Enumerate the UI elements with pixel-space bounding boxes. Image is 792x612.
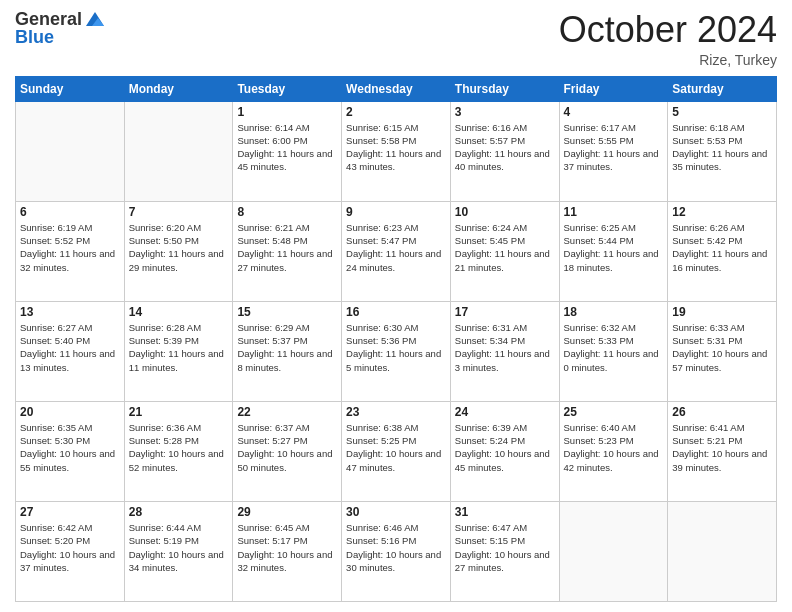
week-row-4: 20Sunrise: 6:35 AMSunset: 5:30 PMDayligh… xyxy=(16,401,777,501)
calendar-cell: 28Sunrise: 6:44 AMSunset: 5:19 PMDayligh… xyxy=(124,501,233,601)
calendar-cell: 18Sunrise: 6:32 AMSunset: 5:33 PMDayligh… xyxy=(559,301,668,401)
cell-info: Sunrise: 6:47 AMSunset: 5:15 PMDaylight:… xyxy=(455,521,555,574)
cell-info: Sunrise: 6:44 AMSunset: 5:19 PMDaylight:… xyxy=(129,521,229,574)
day-number: 11 xyxy=(564,205,664,219)
calendar-cell: 22Sunrise: 6:37 AMSunset: 5:27 PMDayligh… xyxy=(233,401,342,501)
cell-info: Sunrise: 6:15 AMSunset: 5:58 PMDaylight:… xyxy=(346,121,446,174)
day-number: 10 xyxy=(455,205,555,219)
day-number: 15 xyxy=(237,305,337,319)
logo-blue: Blue xyxy=(15,28,54,48)
cell-info: Sunrise: 6:26 AMSunset: 5:42 PMDaylight:… xyxy=(672,221,772,274)
day-number: 3 xyxy=(455,105,555,119)
cell-info: Sunrise: 6:36 AMSunset: 5:28 PMDaylight:… xyxy=(129,421,229,474)
day-number: 2 xyxy=(346,105,446,119)
cell-info: Sunrise: 6:29 AMSunset: 5:37 PMDaylight:… xyxy=(237,321,337,374)
logo: General Blue xyxy=(15,10,106,48)
cell-info: Sunrise: 6:42 AMSunset: 5:20 PMDaylight:… xyxy=(20,521,120,574)
cell-info: Sunrise: 6:18 AMSunset: 5:53 PMDaylight:… xyxy=(672,121,772,174)
logo-icon xyxy=(84,8,106,30)
header-row: SundayMondayTuesdayWednesdayThursdayFrid… xyxy=(16,76,777,101)
day-number: 1 xyxy=(237,105,337,119)
calendar-cell: 30Sunrise: 6:46 AMSunset: 5:16 PMDayligh… xyxy=(342,501,451,601)
day-header-friday: Friday xyxy=(559,76,668,101)
day-number: 23 xyxy=(346,405,446,419)
page: General Blue October 2024 Rize, Turkey S… xyxy=(0,0,792,612)
day-header-sunday: Sunday xyxy=(16,76,125,101)
cell-info: Sunrise: 6:25 AMSunset: 5:44 PMDaylight:… xyxy=(564,221,664,274)
calendar-cell: 17Sunrise: 6:31 AMSunset: 5:34 PMDayligh… xyxy=(450,301,559,401)
calendar-cell: 6Sunrise: 6:19 AMSunset: 5:52 PMDaylight… xyxy=(16,201,125,301)
day-number: 8 xyxy=(237,205,337,219)
cell-info: Sunrise: 6:19 AMSunset: 5:52 PMDaylight:… xyxy=(20,221,120,274)
calendar-cell: 1Sunrise: 6:14 AMSunset: 6:00 PMDaylight… xyxy=(233,101,342,201)
calendar-cell xyxy=(668,501,777,601)
calendar-cell: 14Sunrise: 6:28 AMSunset: 5:39 PMDayligh… xyxy=(124,301,233,401)
cell-info: Sunrise: 6:37 AMSunset: 5:27 PMDaylight:… xyxy=(237,421,337,474)
day-number: 12 xyxy=(672,205,772,219)
day-number: 31 xyxy=(455,505,555,519)
cell-info: Sunrise: 6:20 AMSunset: 5:50 PMDaylight:… xyxy=(129,221,229,274)
day-number: 29 xyxy=(237,505,337,519)
calendar-cell: 5Sunrise: 6:18 AMSunset: 5:53 PMDaylight… xyxy=(668,101,777,201)
month-title: October 2024 xyxy=(559,10,777,50)
calendar-cell: 3Sunrise: 6:16 AMSunset: 5:57 PMDaylight… xyxy=(450,101,559,201)
day-number: 27 xyxy=(20,505,120,519)
cell-info: Sunrise: 6:17 AMSunset: 5:55 PMDaylight:… xyxy=(564,121,664,174)
calendar-cell: 7Sunrise: 6:20 AMSunset: 5:50 PMDaylight… xyxy=(124,201,233,301)
calendar-cell xyxy=(559,501,668,601)
day-number: 17 xyxy=(455,305,555,319)
cell-info: Sunrise: 6:35 AMSunset: 5:30 PMDaylight:… xyxy=(20,421,120,474)
cell-info: Sunrise: 6:33 AMSunset: 5:31 PMDaylight:… xyxy=(672,321,772,374)
calendar-cell: 12Sunrise: 6:26 AMSunset: 5:42 PMDayligh… xyxy=(668,201,777,301)
day-number: 14 xyxy=(129,305,229,319)
day-number: 20 xyxy=(20,405,120,419)
calendar-cell: 27Sunrise: 6:42 AMSunset: 5:20 PMDayligh… xyxy=(16,501,125,601)
calendar-cell: 8Sunrise: 6:21 AMSunset: 5:48 PMDaylight… xyxy=(233,201,342,301)
calendar-cell: 9Sunrise: 6:23 AMSunset: 5:47 PMDaylight… xyxy=(342,201,451,301)
cell-info: Sunrise: 6:39 AMSunset: 5:24 PMDaylight:… xyxy=(455,421,555,474)
calendar-cell: 2Sunrise: 6:15 AMSunset: 5:58 PMDaylight… xyxy=(342,101,451,201)
day-number: 26 xyxy=(672,405,772,419)
calendar-cell: 15Sunrise: 6:29 AMSunset: 5:37 PMDayligh… xyxy=(233,301,342,401)
day-number: 5 xyxy=(672,105,772,119)
cell-info: Sunrise: 6:45 AMSunset: 5:17 PMDaylight:… xyxy=(237,521,337,574)
calendar-cell: 10Sunrise: 6:24 AMSunset: 5:45 PMDayligh… xyxy=(450,201,559,301)
day-header-wednesday: Wednesday xyxy=(342,76,451,101)
calendar-cell: 19Sunrise: 6:33 AMSunset: 5:31 PMDayligh… xyxy=(668,301,777,401)
cell-info: Sunrise: 6:31 AMSunset: 5:34 PMDaylight:… xyxy=(455,321,555,374)
calendar-cell: 26Sunrise: 6:41 AMSunset: 5:21 PMDayligh… xyxy=(668,401,777,501)
day-number: 18 xyxy=(564,305,664,319)
calendar-cell: 4Sunrise: 6:17 AMSunset: 5:55 PMDaylight… xyxy=(559,101,668,201)
header: General Blue October 2024 Rize, Turkey xyxy=(15,10,777,68)
day-number: 28 xyxy=(129,505,229,519)
calendar-cell: 31Sunrise: 6:47 AMSunset: 5:15 PMDayligh… xyxy=(450,501,559,601)
calendar-cell: 13Sunrise: 6:27 AMSunset: 5:40 PMDayligh… xyxy=(16,301,125,401)
day-number: 25 xyxy=(564,405,664,419)
day-header-tuesday: Tuesday xyxy=(233,76,342,101)
calendar-cell: 21Sunrise: 6:36 AMSunset: 5:28 PMDayligh… xyxy=(124,401,233,501)
cell-info: Sunrise: 6:40 AMSunset: 5:23 PMDaylight:… xyxy=(564,421,664,474)
day-number: 9 xyxy=(346,205,446,219)
day-header-thursday: Thursday xyxy=(450,76,559,101)
cell-info: Sunrise: 6:23 AMSunset: 5:47 PMDaylight:… xyxy=(346,221,446,274)
calendar-cell: 20Sunrise: 6:35 AMSunset: 5:30 PMDayligh… xyxy=(16,401,125,501)
calendar-table: SundayMondayTuesdayWednesdayThursdayFrid… xyxy=(15,76,777,602)
day-number: 24 xyxy=(455,405,555,419)
title-block: October 2024 Rize, Turkey xyxy=(559,10,777,68)
cell-info: Sunrise: 6:14 AMSunset: 6:00 PMDaylight:… xyxy=(237,121,337,174)
calendar-cell: 11Sunrise: 6:25 AMSunset: 5:44 PMDayligh… xyxy=(559,201,668,301)
day-number: 6 xyxy=(20,205,120,219)
cell-info: Sunrise: 6:30 AMSunset: 5:36 PMDaylight:… xyxy=(346,321,446,374)
week-row-1: 1Sunrise: 6:14 AMSunset: 6:00 PMDaylight… xyxy=(16,101,777,201)
calendar-cell: 24Sunrise: 6:39 AMSunset: 5:24 PMDayligh… xyxy=(450,401,559,501)
cell-info: Sunrise: 6:41 AMSunset: 5:21 PMDaylight:… xyxy=(672,421,772,474)
week-row-3: 13Sunrise: 6:27 AMSunset: 5:40 PMDayligh… xyxy=(16,301,777,401)
day-number: 30 xyxy=(346,505,446,519)
cell-info: Sunrise: 6:24 AMSunset: 5:45 PMDaylight:… xyxy=(455,221,555,274)
week-row-5: 27Sunrise: 6:42 AMSunset: 5:20 PMDayligh… xyxy=(16,501,777,601)
calendar-cell: 25Sunrise: 6:40 AMSunset: 5:23 PMDayligh… xyxy=(559,401,668,501)
location: Rize, Turkey xyxy=(559,52,777,68)
day-number: 19 xyxy=(672,305,772,319)
cell-info: Sunrise: 6:28 AMSunset: 5:39 PMDaylight:… xyxy=(129,321,229,374)
cell-info: Sunrise: 6:21 AMSunset: 5:48 PMDaylight:… xyxy=(237,221,337,274)
